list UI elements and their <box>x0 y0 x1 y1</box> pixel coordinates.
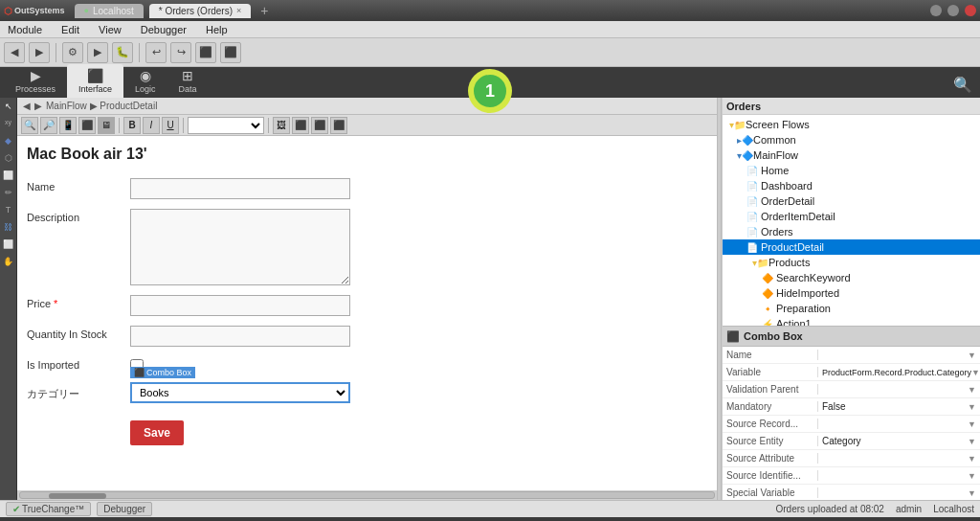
dropdown-arrow[interactable]: ▼ <box>968 419 976 429</box>
dropdown-arrow[interactable]: ▼ <box>968 385 976 395</box>
tree-item-mainflow[interactable]: ▾🔷 MainFlow <box>723 147 980 163</box>
category-combo[interactable]: Books <box>130 382 350 403</box>
var-icon: 🔶 <box>761 271 774 284</box>
form-title: Mac Book air 13' <box>27 146 707 163</box>
data-icon: ⊞ <box>182 68 193 83</box>
undo-button[interactable]: ↩ <box>145 42 167 63</box>
page-icon: 📄 <box>746 240 759 254</box>
image-button[interactable]: 🖼 <box>273 117 290 134</box>
tree-item-screenflows[interactable]: ▾📁 Screen Flows <box>723 117 980 132</box>
tool-cursor[interactable]: ↖ <box>2 102 15 115</box>
debugger-button[interactable]: Debugger <box>97 502 152 516</box>
dropdown-arrow[interactable]: ▼ <box>971 368 980 377</box>
underline-button[interactable]: U <box>162 117 179 134</box>
app-logo: ⬡ OutSystems <box>4 6 65 16</box>
tool-pencil[interactable]: ✏ <box>2 188 15 201</box>
tab-localhost[interactable]: ● Localhost <box>75 4 144 18</box>
dropdown-arrow[interactable]: ▼ <box>968 351 976 360</box>
tree-item-productdetail[interactable]: 📄 ProductDetail <box>723 239 980 255</box>
tab-interface[interactable]: ⬛ Interface <box>67 64 123 98</box>
close-window-button[interactable] <box>965 5 976 16</box>
dropdown-arrow[interactable]: ▼ <box>968 471 976 481</box>
zoom-out-button[interactable]: 🔎 <box>40 117 57 134</box>
settings-button[interactable]: ⚙ <box>62 42 83 63</box>
minimize-button[interactable] <box>930 5 942 16</box>
tool-eraser[interactable]: ⬜ <box>2 239 15 253</box>
tree-item-orderitemdetail[interactable]: 📄 OrderItemDetail <box>723 209 980 224</box>
quantity-input[interactable] <box>130 326 350 347</box>
save-button[interactable]: Save <box>130 420 184 445</box>
font-select[interactable] <box>188 117 264 134</box>
tree-item-hideimported[interactable]: 🔶 HideImported <box>723 285 980 301</box>
data-label: Data <box>179 84 197 94</box>
forward-button[interactable]: ▶ <box>29 42 50 63</box>
desktop-view-button[interactable]: 🖥 <box>98 117 115 134</box>
tool-shape3[interactable]: ⬜ <box>2 170 15 184</box>
align-center-button[interactable]: ⬛ <box>311 117 328 134</box>
tool-text[interactable]: T <box>2 205 15 218</box>
zoom-in-button[interactable]: 🔍 <box>21 117 38 134</box>
italic-button[interactable]: I <box>143 117 160 134</box>
dropdown-arrow[interactable]: ▼ <box>968 488 976 498</box>
dropdown-arrow[interactable]: ▼ <box>968 454 976 464</box>
new-tab-button[interactable]: + <box>260 3 268 18</box>
menu-help[interactable]: Help <box>202 23 232 36</box>
tablet-view-button[interactable]: ⬛ <box>78 117 96 134</box>
close-icon[interactable]: × <box>236 6 241 15</box>
back-button[interactable]: ◀ <box>4 42 25 63</box>
debug-button[interactable]: 🐛 <box>112 42 133 63</box>
menu-module[interactable]: Module <box>4 23 46 36</box>
tree-item-searchkeyword[interactable]: 🔶 SearchKeyword <box>723 270 980 285</box>
tool-shape1[interactable]: ◆ <box>2 136 15 149</box>
breadcrumb-forward[interactable]: ▶ <box>34 101 42 111</box>
breadcrumb-path: MainFlow ▶ ProductDetail <box>46 101 157 111</box>
run-button[interactable]: ▶ <box>87 42 108 63</box>
prop-mandatory: Mandatory False ▼ <box>723 398 980 416</box>
editor-hscrollbar[interactable] <box>17 490 717 500</box>
description-label: Description <box>27 209 122 223</box>
tree-item-home[interactable]: 📄 Home <box>723 163 980 178</box>
name-input[interactable] <box>130 178 350 199</box>
tool-xy[interactable]: xy <box>2 119 15 132</box>
tool-shape2[interactable]: ⬡ <box>2 153 15 167</box>
tree-item-products[interactable]: ▾📁 Products <box>723 255 980 270</box>
titlebar: ⬡ OutSystems ● Localhost * Orders (Order… <box>0 0 980 21</box>
menu-debugger[interactable]: Debugger <box>137 23 190 36</box>
bold-button[interactable]: B <box>123 117 141 134</box>
truechange-button[interactable]: ✔ TrueChange™ <box>6 502 91 516</box>
align-left-button[interactable]: ⬛ <box>292 117 309 134</box>
align-right-button[interactable]: ⬛ <box>330 117 347 134</box>
tree-item-orderdetail[interactable]: 📄 OrderDetail <box>723 193 980 209</box>
tab-orders[interactable]: * Orders (Orders) × <box>149 4 252 18</box>
tool-link[interactable]: ⛓ <box>2 222 15 236</box>
tree-item-dashboard[interactable]: 📄 Dashboard <box>723 178 980 193</box>
interface-label: Interface <box>78 84 112 94</box>
search-icon[interactable]: 🔍 <box>949 72 976 98</box>
tree-item-action1[interactable]: ⚡ Action1 <box>723 316 980 326</box>
tab-logic[interactable]: ◉ Logic <box>123 64 167 98</box>
tree-item-preparation[interactable]: 🔸 Preparation <box>723 301 980 316</box>
tool-pan[interactable]: ✋ <box>2 257 15 270</box>
combo-box-wrapper: ⬛ Combo Box Books <box>130 382 350 403</box>
tree-item-orders[interactable]: 📄 Orders <box>723 224 980 239</box>
tree-area: ▾📁 Screen Flows ▸🔷 Common ▾🔷 MainFlow 📄 … <box>723 115 980 326</box>
menu-view[interactable]: View <box>95 23 125 36</box>
tab-processes[interactable]: ▶ Processes <box>4 64 67 98</box>
menu-edit[interactable]: Edit <box>57 23 83 36</box>
tab-data[interactable]: ⊞ Data <box>167 64 209 98</box>
toolbar-btn2[interactable]: ⬛ <box>220 42 241 63</box>
mobile-view-button[interactable]: 📱 <box>59 117 77 134</box>
dropdown-arrow[interactable]: ▼ <box>968 437 976 446</box>
redo-button[interactable]: ↪ <box>170 42 191 63</box>
breadcrumb-back[interactable]: ◀ <box>23 101 31 111</box>
tree-item-common[interactable]: ▸🔷 Common <box>723 132 980 147</box>
description-input[interactable] <box>130 209 350 285</box>
dropdown-arrow[interactable]: ▼ <box>968 402 976 412</box>
menubar: Module Edit View Debugger Help <box>0 21 980 38</box>
quantity-field-row: Quantity In Stock <box>27 326 707 347</box>
props-title: Combo Box <box>744 330 803 342</box>
price-input[interactable] <box>130 295 350 316</box>
toolbar-btn1[interactable]: ⬛ <box>195 42 216 63</box>
maximize-button[interactable] <box>947 5 959 16</box>
prop-validation-parent: Validation Parent ▼ <box>723 381 980 398</box>
